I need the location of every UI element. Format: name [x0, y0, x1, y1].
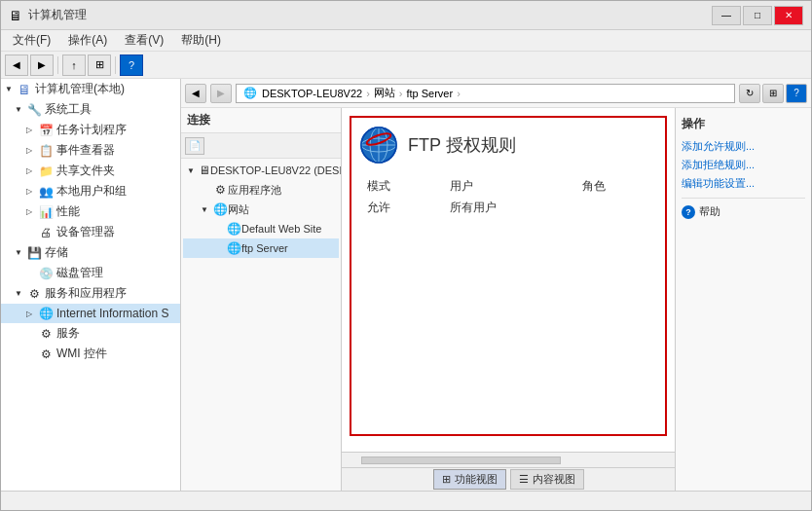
- conn-label-default: Default Web Site: [241, 223, 321, 235]
- breadcrumb-help-button[interactable]: ?: [786, 84, 807, 103]
- show-hide-button[interactable]: ⊞: [88, 55, 111, 76]
- sidebar-label-wmi: WMI 控件: [56, 346, 107, 362]
- expand-arrow-sites: ▼: [201, 205, 210, 214]
- performance-icon: 📊: [38, 204, 54, 220]
- sidebar-label-svc: 服务: [56, 325, 80, 342]
- sidebar: ▼ 🖥 计算机管理(本地) ▼ 🔧 系统工具 ▷ 📅 任务计划程序 ▷ 📋 事件…: [1, 79, 181, 491]
- services-icon: ⚙: [38, 326, 54, 342]
- ftp-rules-panel: FTP 授权规则 模式 用户 角色: [342, 108, 675, 452]
- scroll-thumb[interactable]: [361, 456, 561, 464]
- breadcrumb-globe-icon: 🌐: [242, 86, 258, 101]
- sidebar-item-system-tools[interactable]: ▼ 🔧 系统工具: [1, 99, 180, 120]
- sidebar-item-device-mgr[interactable]: 🖨 设备管理器: [1, 222, 180, 242]
- breadcrumb-sep-3: ›: [457, 88, 461, 99]
- breadcrumb-refresh-button[interactable]: ↻: [739, 84, 760, 103]
- sidebar-label-storage: 存储: [45, 244, 68, 261]
- sidebar-label-event: 事件查看器: [56, 142, 115, 159]
- toolbar-separator-2: [115, 56, 116, 74]
- breadcrumb-segment-3: ftp Server: [406, 88, 453, 99]
- conn-label-sites: 网站: [228, 202, 249, 217]
- breadcrumb-segment-2: 网站: [374, 86, 395, 100]
- content-view-label: 内容视图: [533, 472, 575, 487]
- sidebar-item-root[interactable]: ▼ 🖥 计算机管理(本地): [1, 79, 180, 99]
- expand-arrow-iis: ▷: [26, 310, 36, 318]
- help-label: 帮助: [699, 204, 720, 219]
- sidebar-item-shared-folders[interactable]: ▷ 📁 共享文件夹: [1, 161, 180, 181]
- menu-help[interactable]: 帮助(H): [173, 30, 229, 51]
- close-button[interactable]: ✕: [774, 6, 803, 25]
- feature-view-button[interactable]: ⊞ 功能视图: [433, 469, 506, 490]
- sidebar-label-shared: 共享文件夹: [56, 163, 115, 179]
- content-area: 连接 📄 ▼ 🖥 DESKTOP-LEU8V22 (DESKT ⚙: [181, 108, 811, 491]
- breadcrumb-back-button[interactable]: ◀: [185, 84, 206, 103]
- toolbar-separator: [57, 56, 58, 74]
- conn-item-default-site[interactable]: 🌐 Default Web Site: [183, 219, 339, 238]
- conn-item-app-pools[interactable]: ⚙ 应用程序池: [183, 180, 339, 200]
- conn-label-ftp: ftp Server: [241, 242, 288, 254]
- server-icon: 🖥: [199, 163, 210, 178]
- task-scheduler-icon: 📅: [38, 123, 54, 138]
- back-button[interactable]: ◀: [5, 55, 28, 76]
- conn-label-server: DESKTOP-LEU8V22 (DESKT: [210, 164, 341, 176]
- disk-mgmt-icon: 💿: [38, 266, 54, 281]
- col-role: 角色: [574, 176, 657, 198]
- up-button[interactable]: ↑: [62, 55, 86, 76]
- breadcrumb-path[interactable]: 🌐 DESKTOP-LEU8V22 › 网站 › ftp Server ›: [236, 84, 735, 103]
- event-viewer-icon: 📋: [38, 143, 54, 159]
- add-allow-rule-link[interactable]: 添加允许规则...: [682, 138, 805, 155]
- breadcrumb-grid-button[interactable]: ⊞: [762, 84, 784, 103]
- menu-view[interactable]: 查看(V): [117, 30, 171, 51]
- expand-arrow-root: ▼: [5, 85, 15, 93]
- sidebar-item-wmi[interactable]: ⚙ WMI 控件: [1, 344, 180, 364]
- breadcrumb-bar: ◀ ▶ 🌐 DESKTOP-LEU8V22 › 网站 › ftp Server …: [181, 79, 811, 108]
- help-icon: ?: [682, 205, 695, 219]
- expand-arrow-storage: ▼: [15, 248, 24, 257]
- breadcrumb-forward-button[interactable]: ▶: [210, 84, 232, 103]
- breadcrumb-segment-1: DESKTOP-LEU8V22: [262, 88, 362, 99]
- sidebar-item-disk-mgmt[interactable]: 💿 磁盘管理: [1, 263, 180, 283]
- sidebar-item-task-scheduler[interactable]: ▷ 📅 任务计划程序: [1, 120, 180, 140]
- sidebar-item-iis[interactable]: ▷ 🌐 Internet Information S: [1, 304, 180, 323]
- add-deny-rule-link[interactable]: 添加拒绝规则...: [682, 157, 805, 173]
- minimize-button[interactable]: —: [712, 6, 741, 25]
- breadcrumb-sep-2: ›: [399, 88, 403, 99]
- ftp-globe-icon: [359, 126, 398, 164]
- conn-item-sites[interactable]: ▼ 🌐 网站: [183, 200, 339, 219]
- sidebar-item-storage[interactable]: ▼ 💾 存储: [1, 242, 180, 263]
- sidebar-item-services[interactable]: ⚙ 服务: [1, 323, 180, 344]
- sidebar-item-services-apps[interactable]: ▼ ⚙ 服务和应用程序: [1, 283, 180, 304]
- horizontal-scrollbar[interactable]: [342, 452, 675, 467]
- edit-feature-link[interactable]: 编辑功能设置...: [682, 175, 805, 192]
- menu-file[interactable]: 文件(F): [5, 30, 58, 51]
- window-title: 计算机管理: [28, 7, 87, 23]
- sites-icon: 🌐: [212, 201, 228, 217]
- expand-arrow-event: ▷: [26, 146, 36, 155]
- ftp-rules-box: FTP 授权规则 模式 用户 角色: [350, 116, 667, 436]
- main-window: 🖥 计算机管理 — □ ✕ 文件(F) 操作(A) 查看(V) 帮助(H) ◀ …: [0, 0, 812, 511]
- action-separator: [682, 198, 805, 199]
- sidebar-item-event-viewer[interactable]: ▷ 📋 事件查看器: [1, 140, 180, 161]
- row-user: 所有用户: [442, 198, 574, 219]
- feature-view-label: 功能视图: [455, 472, 498, 487]
- help-action[interactable]: ? 帮助: [682, 204, 805, 219]
- sidebar-label-services: 服务和应用程序: [45, 285, 127, 302]
- ftp-rules-table: 模式 用户 角色 允许 所有用户: [359, 176, 657, 218]
- content-view-button[interactable]: ☰ 内容视图: [510, 469, 584, 490]
- table-row[interactable]: 允许 所有用户: [359, 198, 657, 219]
- wmi-icon: ⚙: [38, 347, 54, 362]
- sidebar-item-performance[interactable]: ▷ 📊 性能: [1, 201, 180, 222]
- maximize-button[interactable]: □: [743, 6, 772, 25]
- conn-item-server[interactable]: ▼ 🖥 DESKTOP-LEU8V22 (DESKT: [183, 161, 339, 180]
- sidebar-label-users: 本地用户和组: [56, 183, 127, 200]
- expand-arrow-system: ▼: [15, 105, 24, 114]
- connections-panel: 连接 📄 ▼ 🖥 DESKTOP-LEU8V22 (DESKT ⚙: [181, 108, 342, 491]
- sidebar-item-local-users[interactable]: ▷ 👥 本地用户和组: [1, 181, 180, 201]
- titlebar-controls: — □ ✕: [712, 6, 803, 25]
- conn-toolbar-btn[interactable]: 📄: [185, 137, 204, 155]
- conn-item-ftp[interactable]: 🌐 ftp Server: [183, 238, 339, 258]
- help-button[interactable]: ?: [120, 55, 143, 76]
- menu-action[interactable]: 操作(A): [60, 30, 115, 51]
- expand-arrow-task: ▷: [26, 126, 36, 134]
- sidebar-label-task: 任务计划程序: [56, 122, 127, 138]
- forward-button[interactable]: ▶: [30, 55, 54, 76]
